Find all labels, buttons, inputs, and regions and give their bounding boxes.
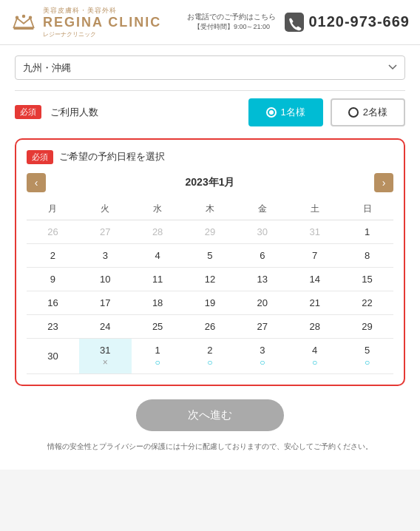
calendar-cell: 24 <box>79 314 132 338</box>
calendar-cell: 11 <box>132 267 184 291</box>
svg-point-2 <box>29 16 33 19</box>
phone-label-area: お電話でのご予約はこちら 【受付時間】9:00～21:00 <box>187 12 276 32</box>
weekday-thu: 木 <box>184 198 237 220</box>
cell-circle-mark: ○ <box>260 357 265 368</box>
crown-icon <box>10 9 37 35</box>
prev-month-button[interactable]: ‹ <box>27 173 46 192</box>
cell-day: 5 <box>365 345 370 356</box>
calendar-cell: 23 <box>27 314 79 338</box>
cell-day: 3 <box>260 345 265 356</box>
calendar-cell[interactable]: 4○ <box>288 338 341 373</box>
users-row: 必須 ご利用人数 1名様 2名様 <box>15 98 405 126</box>
cell-day: 22 <box>362 297 372 308</box>
calendar-cell: 9 <box>27 267 79 291</box>
calendar-cell: 16 <box>27 291 79 314</box>
radio-1 <box>266 107 277 118</box>
calendar-cell: 3 <box>79 243 132 267</box>
cell-day: 16 <box>47 297 58 308</box>
calendar-cell: 2 <box>27 243 79 267</box>
calendar-weekday-row: 月 火 水 木 金 土 日 <box>27 198 393 220</box>
calendar-cell: 25 <box>132 314 184 338</box>
calendar-cell: 28 <box>288 314 341 338</box>
phone-label: お電話でのご予約はこちら <box>187 12 276 22</box>
calendar-cell: 7 <box>288 243 341 267</box>
calendar-cell: 18 <box>132 291 184 314</box>
weekday-fri: 金 <box>236 198 288 220</box>
cell-day: 28 <box>309 321 319 332</box>
calendar-cell[interactable]: 5○ <box>341 338 393 373</box>
cell-day: 11 <box>152 274 163 285</box>
calendar-cell: 30 <box>27 338 79 373</box>
cell-day: 2 <box>50 250 55 261</box>
calendar-cell: 26 <box>184 314 237 338</box>
phone-icon <box>285 13 304 32</box>
calendar-section-title: ご希望の予約日程を選択 <box>59 150 165 163</box>
calendar-cell: 10 <box>79 267 132 291</box>
next-button[interactable]: 次へ進む <box>136 399 284 431</box>
calendar-week-3: 16171819202122 <box>27 291 393 314</box>
cell-day: 1 <box>365 226 370 237</box>
cell-day: 20 <box>257 297 268 308</box>
cell-day: 30 <box>47 351 58 362</box>
logo-en-text: REGINA CLINIC <box>43 16 161 30</box>
calendar-cell: 15 <box>341 267 393 291</box>
calendar-header-row: 必須 ご希望の予約日程を選択 <box>27 150 393 164</box>
region-select[interactable]: 九州・沖縄 <box>15 55 405 80</box>
cell-circle-mark: ○ <box>365 357 370 368</box>
svg-point-1 <box>22 15 26 18</box>
calendar-cell: 1 <box>341 220 393 243</box>
calendar-cell: 12 <box>184 267 237 291</box>
calendar-cell: 5 <box>184 243 237 267</box>
radio-2 <box>348 107 359 118</box>
users-options: 1名様 2名様 <box>248 98 405 126</box>
cell-day: 17 <box>100 297 110 308</box>
cell-circle-mark: ○ <box>155 357 160 368</box>
option-2-label: 2名様 <box>363 106 387 119</box>
required-badge-calendar: 必須 <box>27 150 53 164</box>
cell-day: 8 <box>365 250 370 261</box>
calendar-cell: 17 <box>79 291 132 314</box>
cell-day: 27 <box>100 226 110 237</box>
calendar-cell: 6 <box>236 243 288 267</box>
calendar-cell: 22 <box>341 291 393 314</box>
weekday-mon: 月 <box>27 198 79 220</box>
cell-day: 4 <box>312 345 317 356</box>
next-month-button[interactable]: › <box>374 173 393 192</box>
header-contact: お電話でのご予約はこちら 【受付時間】9:00～21:00 0120-973-6… <box>187 12 410 32</box>
calendar-cell: 28 <box>132 220 184 243</box>
calendar-week-4: 23242526272829 <box>27 314 393 338</box>
cell-circle-mark: ○ <box>207 357 212 368</box>
calendar-cell: 29 <box>341 314 393 338</box>
calendar-table: 月 火 水 木 金 土 日 26272829303112345678910111… <box>27 198 393 374</box>
calendar-cell: 19 <box>184 291 237 314</box>
calendar-cell[interactable]: 3○ <box>236 338 288 373</box>
cell-day: 23 <box>47 321 58 332</box>
cell-day: 13 <box>257 274 268 285</box>
cell-day: 29 <box>205 226 215 237</box>
cell-day: 5 <box>207 250 212 261</box>
cell-day: 12 <box>205 274 215 285</box>
user-option-2[interactable]: 2名様 <box>331 98 405 126</box>
phone-hours: 【受付時間】9:00～21:00 <box>187 22 276 32</box>
cell-circle-mark: ○ <box>312 357 317 368</box>
cell-day: 15 <box>362 274 372 285</box>
region-select-wrap: 九州・沖縄 <box>15 55 405 80</box>
calendar-cell[interactable]: 31× <box>79 338 132 373</box>
cell-day: 14 <box>309 274 319 285</box>
calendar-cell[interactable]: 2○ <box>184 338 237 373</box>
calendar-cell[interactable]: 1○ <box>132 338 184 373</box>
required-badge-users: 必須 <box>15 105 41 119</box>
cell-day: 1 <box>155 345 160 356</box>
svg-rect-3 <box>14 27 34 30</box>
cell-x-mark: × <box>103 357 108 368</box>
cell-day: 26 <box>205 321 215 332</box>
calendar-cell: 14 <box>288 267 341 291</box>
logo-sub-text: レジーナクリニック <box>43 30 161 38</box>
users-label: ご利用人数 <box>50 106 240 119</box>
weekday-wed: 水 <box>132 198 184 220</box>
cell-day: 24 <box>100 321 110 332</box>
user-option-1[interactable]: 1名様 <box>248 98 323 126</box>
calendar-section: 必須 ご希望の予約日程を選択 ‹ 2023年1月 › 月 火 水 木 金 土 日 <box>15 138 405 386</box>
main-content: 九州・沖縄 必須 ご利用人数 1名様 2名様 必須 ご希望の予約日程を選択 ‹ … <box>0 45 420 470</box>
calendar-cell: 13 <box>236 267 288 291</box>
